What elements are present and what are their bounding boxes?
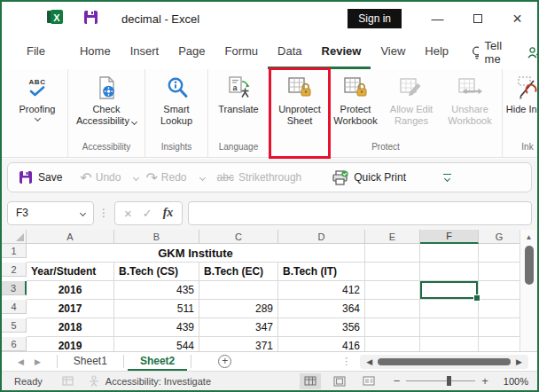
minimize-button[interactable]: —: [418, 2, 457, 35]
protect-workbook-button[interactable]: Protect Workbook: [328, 69, 383, 127]
tab-view[interactable]: View: [371, 35, 415, 69]
check-accessibility-button[interactable]: Check Accessibility: [70, 69, 143, 127]
horizontal-scrollbar[interactable]: ◀ ▶: [360, 355, 528, 369]
col-header-C[interactable]: C: [199, 230, 278, 244]
col-header-D[interactable]: D: [278, 230, 365, 244]
cell-F4[interactable]: [420, 300, 479, 318]
cell-F2[interactable]: [420, 263, 479, 281]
tab-review[interactable]: Review: [312, 35, 371, 69]
sheet-next-icon[interactable]: ▶: [35, 357, 41, 366]
hide-ink-button[interactable]: Hide Ink: [504, 69, 539, 115]
cell-F1[interactable]: [420, 244, 479, 263]
zoom-in-button[interactable]: +: [481, 374, 488, 388]
cell-B2[interactable]: B.Tech (CS): [114, 263, 199, 281]
cell-F6[interactable]: [420, 337, 479, 351]
col-header-B[interactable]: B: [114, 230, 199, 244]
close-button[interactable]: ×: [497, 2, 537, 35]
cell-B3[interactable]: 435: [114, 281, 199, 300]
quick-save-icon[interactable]: [83, 10, 98, 28]
cell-G5[interactable]: [479, 318, 519, 337]
sheet-prev-icon[interactable]: ◀: [18, 357, 24, 366]
tab-insert[interactable]: Insert: [121, 35, 169, 69]
insert-function-icon[interactable]: fx: [163, 206, 174, 220]
row-header-4[interactable]: 4: [2, 300, 27, 314]
unprotect-sheet-button[interactable]: Unprotect Sheet: [271, 69, 328, 127]
row-header-6[interactable]: 6: [2, 337, 27, 351]
tab-scroll-handle[interactable]: ⋮: [341, 356, 351, 367]
tab-data[interactable]: Data: [268, 35, 311, 69]
proofing-button[interactable]: ABC Proofing: [9, 69, 66, 121]
tab-file[interactable]: File: [14, 35, 58, 69]
row-header-5[interactable]: 5: [2, 318, 27, 333]
cell-C3[interactable]: [199, 281, 278, 300]
cell-E4[interactable]: [365, 300, 420, 318]
add-sheet-button[interactable]: +: [218, 355, 231, 368]
maximize-button[interactable]: [457, 2, 497, 35]
cell-D4[interactable]: 364: [278, 300, 365, 318]
row-header-3[interactable]: 3: [2, 281, 27, 295]
cell-G3[interactable]: [479, 281, 519, 300]
cell-A4[interactable]: 2017: [27, 300, 114, 318]
page-layout-view-button[interactable]: [329, 373, 350, 389]
zoom-out-button[interactable]: −: [394, 374, 401, 388]
name-box[interactable]: F3: [7, 201, 94, 225]
cell-C5[interactable]: 347: [199, 318, 278, 337]
cell-F3[interactable]: [420, 281, 479, 300]
tell-me-control[interactable]: Tell me: [471, 39, 507, 66]
cell-B6[interactable]: 544: [114, 337, 199, 351]
col-header-E[interactable]: E: [365, 230, 420, 244]
smart-lookup-button[interactable]: Smart Lookup: [147, 69, 206, 127]
cell-D5[interactable]: 356: [278, 318, 365, 337]
tab-help[interactable]: Help: [415, 35, 458, 69]
cell-E1[interactable]: [365, 244, 420, 263]
cell-G6[interactable]: [479, 337, 519, 351]
cell-A5[interactable]: 2018: [27, 318, 114, 337]
select-all-corner[interactable]: [2, 230, 27, 244]
cell-G1[interactable]: [479, 244, 519, 263]
cell-E5[interactable]: [365, 318, 420, 337]
cell-G2[interactable]: [479, 263, 519, 281]
cell-merged-title[interactable]: GKM Institute: [27, 244, 365, 263]
cell-D3[interactable]: 412: [278, 281, 365, 300]
macro-record-icon[interactable]: [62, 376, 74, 386]
formula-input[interactable]: [188, 201, 532, 225]
tab-page-layout[interactable]: Page: [168, 35, 215, 69]
cell-D2[interactable]: B.Tech (IT): [278, 263, 365, 281]
enter-icon[interactable]: ✓: [143, 207, 152, 220]
tab-home[interactable]: Home: [70, 35, 121, 69]
accessibility-status[interactable]: Accessibility: Investigate: [88, 375, 211, 387]
translate-button[interactable]: a Translate: [210, 69, 267, 115]
sheet-tab-sheet2[interactable]: Sheet2: [128, 352, 187, 371]
vertical-scrollbar[interactable]: ▲: [519, 230, 537, 351]
scroll-up-icon[interactable]: ▲: [520, 230, 537, 241]
cell-B4[interactable]: 511: [114, 300, 199, 318]
cell-E2[interactable]: [365, 263, 420, 281]
formula-bar-handle[interactable]: ⋮: [98, 207, 110, 219]
cell-C2[interactable]: B.Tech (EC): [199, 263, 278, 281]
cell-E6[interactable]: [365, 337, 420, 351]
col-header-F[interactable]: F: [420, 230, 479, 244]
col-header-G[interactable]: G: [479, 230, 519, 244]
tab-formulas[interactable]: Formu: [215, 35, 269, 69]
cell-D6[interactable]: 416: [278, 337, 365, 351]
name-box-dropdown-icon[interactable]: [80, 210, 86, 216]
cell-F5[interactable]: [420, 318, 479, 337]
sheet-tab-sheet1[interactable]: Sheet1: [61, 352, 120, 371]
cell-A6[interactable]: 2019: [27, 337, 114, 351]
row-header-1[interactable]: 1: [2, 244, 27, 258]
cell-C6[interactable]: 371: [199, 337, 278, 351]
zoom-level[interactable]: 100%: [504, 376, 528, 387]
sign-in-button[interactable]: Sign in: [348, 9, 402, 28]
horizontal-scroll-thumb[interactable]: [378, 358, 511, 365]
customize-toolbar-icon[interactable]: [443, 174, 451, 182]
cell-G4[interactable]: [479, 300, 519, 318]
share-button[interactable]: Share: [527, 46, 539, 59]
cancel-icon[interactable]: ×: [124, 206, 132, 221]
zoom-slider-thumb[interactable]: [447, 376, 451, 386]
normal-view-button[interactable]: [300, 373, 321, 389]
cell-A3[interactable]: 2016: [27, 281, 114, 300]
scroll-right-icon[interactable]: ▶: [516, 357, 522, 366]
save-button[interactable]: Save: [19, 170, 62, 184]
cell-B5[interactable]: 439: [114, 318, 199, 337]
page-break-view-button[interactable]: [358, 373, 379, 389]
